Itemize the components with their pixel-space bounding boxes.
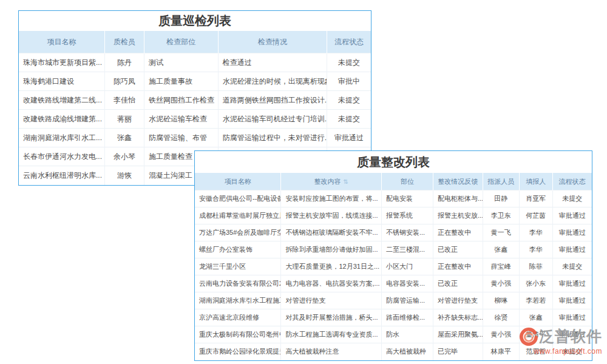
table-row[interactable]: 成都杜甫草堂临时展厅独立展...报警主机安放牢固，线缆连接...报警系统报警主机…: [195, 207, 592, 224]
project-name-link[interactable]: 重庆太极制药有限公司亳州中...: [195, 326, 281, 343]
reporter-name[interactable]: 李华: [519, 241, 552, 258]
table-row[interactable]: 京沪高速北京段维修对其及时开展整治措施，桥头...路面维修检...补齐缺失标志.…: [195, 309, 592, 326]
assignee-name[interactable]: 柳琳: [483, 292, 519, 309]
check-situation: 道路两侧铁丝网围挡工作按设计...: [218, 91, 327, 110]
rectify-part: 配电安装: [381, 190, 433, 207]
check-situation: 水泥砼灌注的时候，出现离析现象: [218, 72, 327, 91]
assignee-name[interactable]: 林康平: [483, 343, 519, 360]
rectify-part: 二至三楼混...: [381, 241, 433, 258]
table-row[interactable]: 云南电力设备安装有限公司20...电力电容器、电抗器安装方案,...电容器安装.…: [195, 275, 592, 292]
table-row[interactable]: 珠海市城市更新项目紫...陈丹测试检查通过未提交: [19, 53, 371, 72]
inspector-name[interactable]: 蒋丽: [105, 110, 144, 129]
table-row[interactable]: 珠海鹤港口建设陈巧凤施工质量事故水泥砼灌注的时候，出现离析现象审批中: [19, 72, 371, 91]
project-name-link[interactable]: 云南水利枢纽潜明水库...: [19, 166, 105, 185]
reporter-name[interactable]: 肖亚军: [519, 190, 552, 207]
reporter-name[interactable]: 何芷茵: [519, 207, 552, 224]
project-name-link[interactable]: 安徽合肥供电公司--配电设备...: [195, 190, 281, 207]
rectify-feedback: 配电柜柜体与...: [433, 190, 483, 207]
rectify-feedback: 已完毕: [433, 343, 483, 360]
project-name-link[interactable]: 重庆市鹅岭公园绿化景观提升...: [195, 343, 281, 360]
status-badge: 审批通过: [552, 241, 592, 258]
project-name-link[interactable]: 珠海市城市更新项目紫...: [19, 53, 105, 72]
table-row[interactable]: 湖南洞庭湖水库引水工...张鑫防腐管运输、布管防腐管运输过程中，未对管进行...…: [19, 129, 371, 147]
check-part: 水泥砼运输车检查: [144, 110, 218, 129]
check-part: 施工质量事故: [144, 72, 218, 91]
reporter-name[interactable]: 李若若: [519, 292, 552, 309]
table-row[interactable]: 螺丝厂办公室装饰拆除到承重墙部分请做好加固...二至三楼混...已改正张鑫李华审…: [195, 241, 592, 258]
assignee-name[interactable]: 薛宝峰: [483, 258, 519, 275]
status-badge: 未提交: [552, 258, 592, 275]
rectify-content: 对管进行垫支: [281, 292, 381, 309]
rectify-content: 拆除到承重墙部分请做好加固...: [281, 241, 381, 258]
status-badge: 未提交: [327, 91, 371, 110]
inspection-list-title: 质量巡检列表: [19, 11, 371, 31]
project-name-link[interactable]: 珠海鹤港口建设: [19, 72, 105, 91]
project-name-link[interactable]: 成都杜甫草堂临时展厅独立展...: [195, 207, 281, 224]
project-name-link[interactable]: 改建铁路成渝线增建第...: [19, 110, 105, 129]
assignee-name[interactable]: 黄小强: [483, 326, 519, 343]
inspector-name[interactable]: 游恢: [105, 166, 144, 185]
assignee-name[interactable]: 黄小强: [483, 275, 519, 292]
inspector-name[interactable]: 李佳怡: [105, 91, 144, 110]
inspector-name[interactable]: 张鑫: [105, 129, 144, 147]
check-situation: 检查通过: [218, 53, 327, 72]
check-situation: 防腐管运输过程中，未对管进行...: [218, 129, 327, 147]
assignee-name[interactable]: 徐贤: [483, 309, 519, 326]
rectify-part: 防水: [381, 326, 433, 343]
rectify-feedback: 屋面采用聚氨...: [433, 326, 483, 343]
project-name-link[interactable]: 龙湖三千里小区: [195, 258, 281, 275]
watermark-brand-text: 泛普软件: [539, 326, 602, 346]
status-badge: 审批中: [327, 72, 371, 91]
table-row[interactable]: 湖南洞庭湖水库引水工程施工I标对管进行垫支防腐管运输...对管进行垫支柳琳李若若…: [195, 292, 592, 309]
table-row[interactable]: 改建铁路成渝线增建第...蒋丽水泥砼运输车检查水泥砼运输车司机经过专门培训...…: [19, 110, 371, 129]
assignee-name[interactable]: 田静: [483, 190, 519, 207]
rectify-content: 不锈钢边框玻璃隔断安装不牢...: [281, 224, 381, 241]
project-name-link[interactable]: 万达广场35#会所及咖啡厅空...: [195, 224, 281, 241]
column-header-5: 流程状态: [327, 31, 371, 53]
inspection-header-row: 项目名称质检员检查部位检查情况流程状态: [19, 31, 371, 53]
reporter-name[interactable]: 张小东: [519, 275, 552, 292]
rectify-feedback: 已改正: [433, 275, 483, 292]
table-row[interactable]: 万达广场35#会所及咖啡厅空...不锈钢边框玻璃隔断安装不牢...不锈钢安装..…: [195, 224, 592, 241]
project-name-link[interactable]: 改建铁路线增建第二线...: [19, 91, 105, 110]
check-part: 铁丝网围挡工作检查: [144, 91, 218, 110]
column-header-4: 检查情况: [218, 31, 327, 53]
inspector-name[interactable]: 陈巧凤: [105, 72, 144, 91]
column-header-6: 填报人: [519, 173, 552, 190]
assignee-name[interactable]: 张鑫: [483, 241, 519, 258]
inspector-name[interactable]: 余小琴: [105, 147, 144, 166]
table-row[interactable]: 改建铁路线增建第二线...李佳怡铁丝网围挡工作检查道路两侧铁丝网围挡工作按设计.…: [19, 91, 371, 110]
project-name-link[interactable]: 湖南洞庭湖水库引水工...: [19, 129, 105, 147]
rectify-content: 报警主机安放牢固，线缆连接...: [281, 207, 381, 224]
reporter-name[interactable]: 张鑫: [519, 309, 552, 326]
rectification-header-row: 项目名称整改内容⇅部位整改情况反馈指派人员填报人流程状态: [195, 173, 592, 190]
sort-icon[interactable]: ⇅: [343, 178, 348, 185]
fanpu-watermark: 泛普软件 www.fanpusoft.com: [520, 326, 602, 356]
reporter-name[interactable]: 李华: [519, 224, 552, 241]
rectify-part: 防腐管运输...: [381, 292, 433, 309]
project-name-link[interactable]: 云南电力设备安装有限公司20...: [195, 275, 281, 292]
column-header-2[interactable]: 整改内容⇅: [281, 173, 381, 190]
assignee-name[interactable]: 黄一飞: [483, 224, 519, 241]
project-name-link[interactable]: 湖南洞庭湖水库引水工程施工I标: [195, 292, 281, 309]
rectify-feedback: 正在整改中: [433, 224, 483, 241]
column-header-3: 部位: [381, 173, 433, 190]
table-row[interactable]: 龙湖三千里小区大理石质量更换，12月31日之...小区大门正在整改中薛宝峰陈菲未…: [195, 258, 592, 275]
rectify-content: 大理石质量更换，12月31日之...: [281, 258, 381, 275]
project-name-link[interactable]: 京沪高速北京段维修: [195, 309, 281, 326]
rectify-feedback: 已改正: [433, 241, 483, 258]
project-name-link[interactable]: 长春市伊通河水力发电...: [19, 147, 105, 166]
status-badge: 未提交: [327, 110, 371, 129]
inspector-name[interactable]: 陈丹: [105, 53, 144, 72]
column-header-7: 流程状态: [552, 173, 592, 190]
check-situation: 水泥砼运输车司机经过专门培训...: [218, 110, 327, 129]
rectify-feedback: 报警主机安放...: [433, 207, 483, 224]
table-row[interactable]: 安徽合肥供电公司--配电设备...安装时应按施工图的布置，将...配电安装配电柜…: [195, 190, 592, 207]
reporter-name[interactable]: 陈菲: [519, 258, 552, 275]
assignee-name[interactable]: 李卫东: [483, 207, 519, 224]
rectification-list-title: 质量整改列表: [195, 151, 592, 173]
fanpu-logo-icon: [520, 328, 538, 346]
status-badge: 审批通过: [552, 275, 592, 292]
rectify-content: 防水工程施工选调有专业资质...: [281, 326, 381, 343]
project-name-link[interactable]: 螺丝厂办公室装饰: [195, 241, 281, 258]
